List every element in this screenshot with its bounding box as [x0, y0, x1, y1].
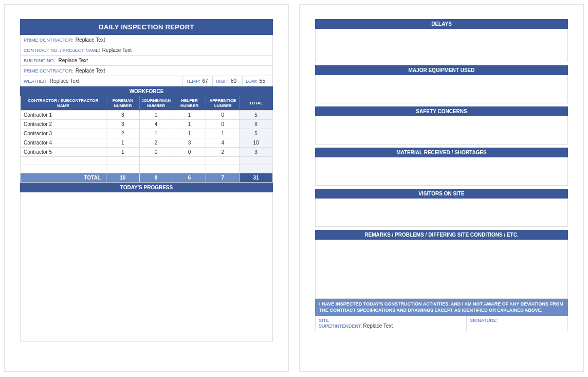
table-row: Contractor 4123410 [21, 138, 273, 148]
equipment-header: MAJOR EQUIPMENT USED [315, 65, 568, 75]
table-row-empty [21, 157, 273, 165]
field-label: PRIME CONTRACTOR: [24, 38, 74, 43]
high-label: HIGH: [216, 79, 229, 84]
report-page-2: DELAYS MAJOR EQUIPMENT USED SAFETY CONCE… [299, 4, 584, 372]
temp-value[interactable]: 67 [203, 78, 208, 84]
field-prime-contractor-2: PRIME CONTRACTOR: Replace Text [20, 66, 273, 76]
cell-journeyman[interactable]: 1 [139, 111, 173, 120]
cell-name[interactable]: Contractor 5 [21, 148, 106, 157]
safety-box[interactable] [315, 116, 568, 145]
cell-total: 8 [240, 120, 273, 129]
col-foreman: FOREMAN NUMBER [106, 96, 139, 111]
superintendent-cell: SITE SUPERINTENDENT: Replace Text [316, 316, 467, 331]
equipment-box[interactable] [315, 75, 568, 103]
table-row: Contractor 510023 [21, 148, 273, 157]
col-total: TOTAL [240, 96, 273, 111]
cell-helper[interactable]: 0 [173, 148, 206, 157]
field-building-no: BUILDING NO.: Replace Text [20, 56, 273, 66]
col-apprentice: APPRENTICE NUMBER [206, 96, 240, 111]
table-row: Contractor 321115 [21, 129, 273, 138]
signature-cell[interactable]: SIGNATURE: [467, 316, 567, 331]
super-label-1: SITE [319, 318, 463, 323]
field-value[interactable]: Replace Text [102, 47, 132, 53]
signature-row: SITE SUPERINTENDENT: Replace Text SIGNAT… [315, 316, 568, 331]
cell-total: 5 [240, 111, 273, 120]
table-header-row: CONTRACTOR / SUBCONTRACTOR NAME FOREMAN … [21, 96, 273, 111]
table-total-row: TOTAL1086731 [21, 173, 273, 183]
total-label: TOTAL [21, 173, 106, 183]
field-contract-no: CONTRACT NO. / PROJECT NAME: Replace Tex… [20, 45, 273, 56]
high-cell: HIGH: 80 [213, 76, 243, 86]
cell-apprentice[interactable]: 0 [206, 111, 240, 120]
workforce-header: WORKFORCE [20, 86, 273, 96]
cell-total: 3 [240, 148, 273, 157]
cell-name[interactable]: Contractor 4 [21, 138, 106, 148]
weather-row: WEATHER: Replace Text TEMP: 67 HIGH: 80 … [20, 76, 273, 86]
field-value[interactable]: Replace Text [59, 58, 88, 63]
high-value[interactable]: 80 [231, 78, 236, 84]
field-label: BUILDING NO.: [24, 58, 57, 63]
visitors-box[interactable] [315, 199, 568, 227]
cell-journeyman[interactable]: 0 [139, 148, 173, 157]
cell-foreman[interactable]: 1 [106, 148, 139, 157]
cell-foreman[interactable]: 3 [106, 111, 139, 120]
cell-total: 5 [240, 129, 273, 138]
report-page-1: DAILY INSPECTION REPORT PRIME CONTRACTOR… [4, 4, 289, 372]
delays-header: DELAYS [315, 19, 568, 29]
cell-foreman[interactable]: 2 [106, 129, 139, 138]
field-value[interactable]: Replace Text [76, 68, 105, 74]
weather-cell: WEATHER: Replace Text [21, 76, 183, 86]
cell-helper[interactable]: 1 [173, 129, 206, 138]
table-row: Contractor 234108 [21, 120, 273, 129]
cell-foreman[interactable]: 1 [106, 138, 139, 148]
cell-name[interactable]: Contractor 3 [21, 129, 106, 138]
total-helper: 6 [173, 173, 206, 183]
field-label: PRIME CONTRACTOR: [24, 68, 74, 74]
cell-helper[interactable]: 3 [173, 138, 206, 148]
cell-journeyman[interactable]: 1 [139, 129, 173, 138]
inspection-statement: I HAVE INSPECTED TODAY'S CONSTRUCTION AC… [315, 299, 568, 316]
cell-journeyman[interactable]: 4 [139, 120, 173, 129]
col-name: CONTRACTOR / SUBCONTRACTOR NAME [21, 96, 106, 111]
weather-value[interactable]: Replace Text [50, 78, 80, 84]
cell-helper[interactable]: 1 [173, 120, 206, 129]
progress-header: TODAY'S PROGRESS [20, 183, 273, 192]
cell-helper[interactable]: 1 [173, 111, 206, 120]
super-label-2: SUPERINTENDENT: [319, 324, 362, 329]
temp-cell: TEMP: 67 [183, 76, 213, 86]
cell-apprentice[interactable]: 2 [206, 148, 240, 157]
delays-box[interactable] [315, 29, 568, 62]
remarks-header: REMARKS / PROBLEMS / DIFFERING SITE COND… [315, 230, 568, 240]
workforce-table: CONTRACTOR / SUBCONTRACTOR NAME FOREMAN … [20, 96, 273, 183]
cell-apprentice[interactable]: 4 [206, 138, 240, 148]
signature-label: SIGNATURE: [470, 318, 564, 323]
col-journeyman: JOURNEYMAN NUMBER [139, 96, 173, 111]
field-prime-contractor: PRIME CONTRACTOR: Replace Text [20, 35, 273, 45]
low-value[interactable]: 55 [260, 78, 265, 84]
total-apprentice: 7 [206, 173, 240, 183]
total-foreman: 10 [106, 173, 139, 183]
temp-label: TEMP: [186, 79, 200, 84]
remarks-box[interactable] [315, 240, 568, 299]
cell-apprentice[interactable]: 1 [206, 129, 240, 138]
total-journeyman: 8 [139, 173, 173, 183]
table-row-empty [21, 165, 273, 173]
field-label: CONTRACT NO. / PROJECT NAME: [24, 48, 100, 53]
cell-apprentice[interactable]: 0 [206, 120, 240, 129]
safety-header: SAFETY CONCERNS [315, 106, 568, 116]
material-header: MATERIAL RECEIVED / SHORTAGES [315, 148, 568, 157]
cell-total: 10 [240, 138, 273, 148]
material-box[interactable] [315, 157, 568, 186]
super-value[interactable]: Replace Text [363, 323, 393, 329]
grand-total: 31 [240, 173, 273, 183]
report-title: DAILY INSPECTION REPORT [20, 19, 273, 35]
visitors-header: VISITORS ON SITE [315, 189, 568, 199]
progress-box[interactable] [20, 192, 273, 342]
table-row: Contractor 131105 [21, 111, 273, 120]
cell-name[interactable]: Contractor 1 [21, 111, 106, 120]
low-cell: LOW: 55 [243, 76, 272, 86]
cell-foreman[interactable]: 3 [106, 120, 139, 129]
field-value[interactable]: Replace Text [76, 37, 105, 43]
cell-name[interactable]: Contractor 2 [21, 120, 106, 129]
cell-journeyman[interactable]: 2 [139, 138, 173, 148]
